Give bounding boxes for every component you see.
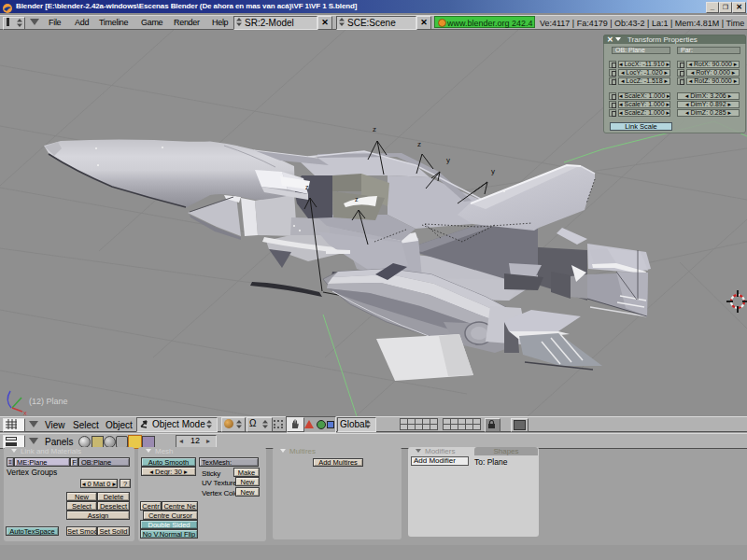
svg-text:z: z — [305, 184, 309, 190]
svg-text:x: x — [23, 409, 27, 416]
svg-text:y: y — [491, 167, 495, 175]
svg-text:z: z — [355, 196, 359, 203]
svg-text:z: z — [417, 140, 421, 148]
svg-text:(12) Plane: (12) Plane — [29, 397, 68, 406]
svg-text:z: z — [373, 125, 376, 133]
svg-text:y: y — [446, 156, 450, 164]
